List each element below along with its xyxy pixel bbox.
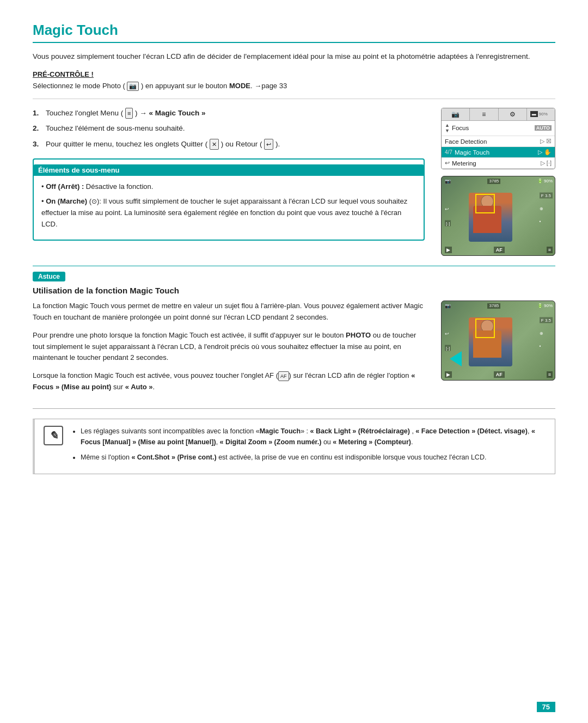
menu-header-photo: 📷: [442, 108, 470, 120]
step-2-text: Touchez l'élément de sous-menu souhaité.: [46, 123, 185, 134]
astuce-section: Astuce Utilisation de la fonction Magic …: [33, 266, 555, 409]
submenu-title: Éléments de sous-menu: [34, 164, 424, 176]
viewfinder-status-bottom: ▶ AF ≡: [442, 247, 555, 253]
pre-controle-heading: PRÉ-CONTRÔLE !: [33, 70, 555, 78]
vf-right-2: ⊕: [540, 206, 553, 211]
back-icon: ↩: [264, 139, 273, 150]
menu-ui-header: 📷 ≡ ⚙ ▬ 90%: [442, 108, 555, 121]
menu-row-metering-value: ▷ [·]: [541, 160, 552, 167]
back-arrow-icon: ↩: [445, 160, 450, 167]
vf2-right-2: ⊕: [540, 331, 553, 336]
menu-nav-arrows: ▲ ▼: [445, 122, 450, 134]
menu-row-face-label: Face Detection: [445, 138, 540, 145]
menu-header-settings: ⚙: [499, 108, 527, 120]
step-1: 1. Touchez l'onglet Menu ( ≡ ) → « Magic…: [33, 108, 425, 119]
intro-text: Vous pouvez simplement toucher l'écran L…: [33, 51, 555, 63]
magic-touch-arrow: [450, 351, 462, 366]
vf-icon-2: [-]: [445, 220, 451, 226]
step-2: 2. Touchez l'élément de sous-menu souhai…: [33, 123, 425, 134]
viewfinder-status-top: 📷 3785 🔋 90%: [442, 179, 555, 184]
camera-viewfinder-2: 📷 3785 🔋 90% ↩: [441, 301, 555, 381]
steps-list: 1. Touchez l'onglet Menu ( ≡ ) → « Magic…: [33, 108, 425, 150]
menu-row-metering: ↩ Metering ▷ [·]: [442, 158, 555, 169]
viewfinder-camera-icon: 📷: [445, 179, 451, 184]
note-list: Les réglages suivants sont incompatibles…: [71, 426, 546, 463]
note-box: ✎ Les réglages suivants sont incompatibl…: [33, 419, 555, 474]
vf2-icon-2: [-]: [445, 345, 451, 351]
pre-controle-section: PRÉ-CONTRÔLE ! Sélectionnez le mode Phot…: [33, 70, 555, 99]
face-detect-box-2: [475, 318, 495, 338]
note-item-2: Même si l'option « Cont.Shot » (Prise co…: [81, 452, 546, 463]
camera-viewfinder-1: 📷 3785 🔋 90% ↩ [-]: [441, 176, 555, 256]
vf2-menu-icon: ≡: [547, 371, 553, 378]
arrow-up: ▲: [445, 122, 450, 128]
viewfinder2-left-icons: ↩ [-]: [445, 330, 451, 351]
step-3-num: 3.: [33, 139, 42, 150]
vf2-af-label: AF: [494, 371, 505, 378]
astuce-subtitle: Utilisation de la fonction Magic Touch: [33, 286, 555, 295]
viewfinder-right-icons: F 3.5 ⊕ ▪: [540, 193, 553, 224]
quit-icon: ✕: [210, 139, 219, 150]
vf-icon-1: ↩: [445, 206, 451, 211]
menu-ui-mockup: 📷 ≡ ⚙ ▬ 90% ▲ ▼ Focus AUTO Face Detectio…: [441, 108, 555, 170]
step-1-num: 1.: [33, 108, 42, 119]
astuce-content-area: La fonction Magic Touch vous permet de m…: [33, 301, 555, 400]
menu-row-focus-label: Focus: [452, 125, 535, 131]
vf2-play-icon: ▶: [445, 371, 452, 378]
vf2-icon-1: ↩: [445, 330, 451, 336]
viewfinder-display-2: 📷 3785 🔋 90% ↩: [442, 301, 555, 380]
astuce-right-col: 📷 3785 🔋 90% ↩: [436, 301, 555, 400]
menu-row-focus: ▲ ▼ Focus AUTO: [442, 121, 555, 137]
step-3: 3. Pour quitter le menu, touchez les ong…: [33, 139, 425, 150]
pre-controle-text: Sélectionnez le mode Photo ( 📷 ) en appu…: [33, 82, 555, 99]
menu-row-magic-touch: 4/7 Magic Touch ▷ ✋: [442, 147, 555, 158]
menu-header-battery: ▬ 90%: [527, 108, 555, 120]
left-column: 1. Touchez l'onglet Menu ( ≡ ) → « Magic…: [33, 108, 425, 256]
vf-menu-icon: ≡: [547, 247, 553, 253]
note-item-1: Les réglages suivants sont incompatibles…: [81, 426, 546, 448]
face-detect-box: [475, 194, 495, 213]
vf2-battery: 🔋 90%: [537, 303, 553, 309]
menu-row-metering-label: Metering: [452, 160, 541, 167]
note-content: Les réglages suivants sont incompatibles…: [71, 426, 546, 467]
page-number: 75: [537, 702, 555, 712]
menu-row-face-detection: Face Detection ▷ ☒: [442, 136, 555, 147]
right-column: 📷 ≡ ⚙ ▬ 90% ▲ ▼ Focus AUTO Face Detectio…: [436, 108, 555, 256]
menu-row-face-value: ▷ ☒: [540, 138, 552, 145]
vf2-camera-icon: 📷: [445, 303, 451, 309]
viewfinder2-right-icons: F 3.5 ⊕ ▪: [540, 317, 553, 348]
viewfinder-counter: 3785: [487, 179, 500, 184]
af-icon: AF: [278, 371, 289, 381]
astuce-para-3: Lorsque la fonction Magic Touch est acti…: [33, 370, 425, 393]
astuce-left-col: La fonction Magic Touch vous permet de m…: [33, 301, 425, 400]
step-2-num: 2.: [33, 123, 42, 134]
photo-mode-icon: 📷: [127, 82, 139, 91]
viewfinder-display-1: 📷 3785 🔋 90% ↩ [-]: [442, 176, 555, 255]
menu-row-num: 4/7: [445, 149, 452, 155]
vf2-right-3: ▪: [540, 344, 553, 348]
step-3-text: Pour quitter le menu, touchez les onglet…: [46, 139, 280, 150]
submenu-item-off: • Off (Arrêt) : Désactive la fonction.: [41, 181, 416, 193]
menu-header-list: ≡: [470, 108, 498, 120]
vf-af-label: AF: [494, 247, 505, 253]
menu-row-magic-value: ▷ ✋: [538, 149, 552, 156]
page-title: Magic Touch: [33, 22, 555, 43]
vf-right-1: F 3.5: [540, 193, 553, 199]
vf-play-icon: ▶: [445, 247, 452, 253]
submenu-list: • Off (Arrêt) : Désactive la fonction. •…: [41, 181, 416, 230]
menu-icon: ≡: [125, 108, 133, 119]
viewfinder-left-icons: ↩ [-]: [445, 206, 451, 226]
menu-row-focus-value: AUTO: [535, 125, 552, 131]
astuce-para-1: La fonction Magic Touch vous permet de m…: [33, 301, 425, 323]
note-icon: ✎: [44, 426, 63, 445]
submenu-item-on: • On (Marche) (⊙): Il vous suffit simple…: [41, 196, 416, 230]
step-1-text: Touchez l'onglet Menu ( ≡ ) → « Magic To…: [46, 108, 206, 119]
astuce-para-2: Pour prendre une photo lorsque la foncti…: [33, 330, 425, 364]
viewfinder2-status-bottom: ▶ AF ≡: [442, 371, 555, 378]
arrow-down: ▼: [445, 128, 450, 134]
submenu-box: Éléments de sous-menu • Off (Arrêt) : Dé…: [33, 158, 425, 241]
menu-row-magic-label: Magic Touch: [455, 149, 538, 156]
viewfinder2-status-top: 📷 3785 🔋 90%: [442, 303, 555, 309]
vf-right-3: ▪: [540, 219, 553, 224]
astuce-badge: Astuce: [33, 272, 65, 281]
